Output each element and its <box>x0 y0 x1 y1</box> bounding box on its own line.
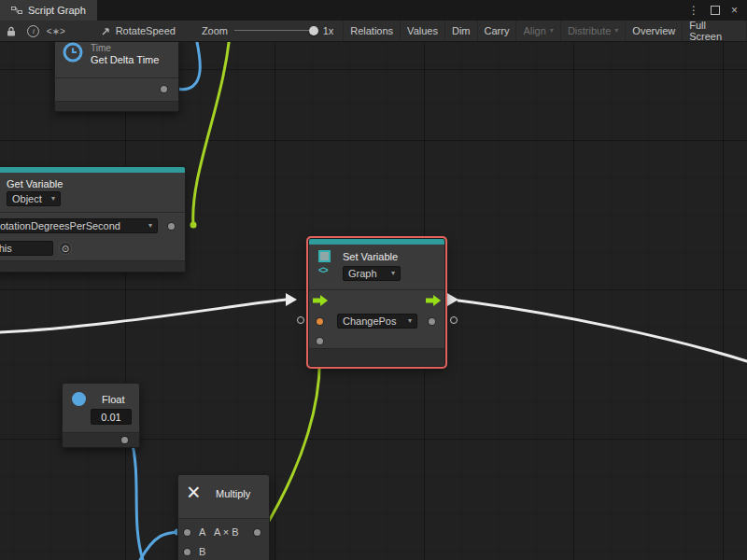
node-category: Time <box>91 43 111 53</box>
port-label-b: B <box>199 546 205 557</box>
zoom-slider-track <box>234 30 317 31</box>
variable-name-dropdown[interactable]: RotationDegreesPerSecond ▾ <box>0 218 158 233</box>
node-color-stripe <box>0 167 185 173</box>
relations-button[interactable]: Relations <box>343 21 400 41</box>
output-port[interactable] <box>168 223 175 230</box>
target-glyph: ⊙ <box>62 244 69 254</box>
graph-canvas[interactable]: Time Get Delta Time Get Variable Object … <box>0 41 747 560</box>
carry-button[interactable]: Carry <box>477 21 516 41</box>
output-port[interactable] <box>121 437 128 443</box>
input-port-a[interactable] <box>184 529 190 536</box>
button-label: Carry <box>485 25 510 36</box>
output-port[interactable] <box>161 86 167 92</box>
chevron-down-icon: ▾ <box>391 270 395 277</box>
variable-scope-dropdown[interactable]: Object ▾ <box>7 191 61 206</box>
script-graph-icon <box>11 5 22 16</box>
graph-pointer-icon <box>101 26 111 36</box>
target-object-field[interactable]: This <box>0 241 53 256</box>
lock-icon[interactable] <box>0 21 22 41</box>
node-title: Set Variable <box>343 251 398 262</box>
button-label: Relations <box>350 25 393 36</box>
node-title: Multiply <box>216 488 250 499</box>
unconnected-port-indicator-left[interactable] <box>297 316 304 324</box>
float-value-input[interactable]: 0.01 <box>91 409 132 425</box>
chevron-down-icon: ▾ <box>51 195 55 203</box>
node-title: Get Delta Time <box>91 54 159 65</box>
unconnected-port-indicator-right[interactable] <box>450 316 458 324</box>
full-screen-button[interactable]: Full Screen <box>682 21 747 41</box>
align-button[interactable]: Align ▾ <box>515 21 559 41</box>
node-get-variable[interactable]: Get Variable Object ▾ RotationDegreesPer… <box>0 166 186 273</box>
window-controls: ⋮ × <box>688 0 747 21</box>
info-glyph: i <box>27 25 39 37</box>
flow-wire-in <box>0 300 286 332</box>
value-wire-float <box>131 437 143 560</box>
fallback-input-port[interactable] <box>317 338 323 344</box>
overview-button[interactable]: Overview <box>625 21 682 41</box>
input-value: 0.01 <box>101 412 120 423</box>
flow-output-arrow[interactable] <box>426 295 441 306</box>
graph-breadcrumb[interactable]: RotateSpeed <box>95 21 181 41</box>
value-input-port[interactable] <box>317 318 323 325</box>
menu-icon[interactable]: ⋮ <box>688 4 699 17</box>
values-button[interactable]: Values <box>400 21 444 41</box>
chevron-down-icon: ▾ <box>148 222 152 230</box>
float-icon <box>72 392 86 406</box>
value-output-port[interactable] <box>429 318 435 325</box>
variable-icon <box>318 250 331 262</box>
node-set-variable[interactable]: <> Set Variable Graph ▾ ChangePos ▾ <box>308 238 445 367</box>
tab-script-graph[interactable]: Script Graph <box>0 0 97 21</box>
tab-title: Script Graph <box>28 5 86 16</box>
button-label: Align <box>523 25 545 36</box>
button-label: Overview <box>632 25 675 36</box>
node-multiply[interactable]: × Multiply A A × B B <box>177 474 270 560</box>
multiply-icon: × <box>187 481 201 504</box>
port-label-result: A × B <box>214 526 239 538</box>
toolbar-buttons: Relations Values Dim Carry Align ▾ Distr… <box>343 21 747 41</box>
variable-scope-dropdown[interactable]: Graph ▾ <box>343 266 401 281</box>
input-port-b[interactable] <box>184 549 190 555</box>
graph-type-icon: <> <box>318 265 328 275</box>
node-float[interactable]: Float 0.01 <box>62 383 140 448</box>
dropdown-value: RotationDegreesPerSecond <box>0 220 120 231</box>
node-footer <box>55 101 178 111</box>
node-footer <box>309 348 444 366</box>
maximize-icon[interactable] <box>711 6 720 15</box>
node-footer <box>0 260 185 272</box>
code-preview-icon[interactable]: <∗> <box>45 21 67 41</box>
close-icon[interactable]: × <box>731 4 738 17</box>
flow-input-arrow[interactable] <box>313 295 328 306</box>
info-icon[interactable]: i <box>22 21 45 41</box>
chevron-down-icon: ▾ <box>550 27 554 35</box>
dropdown-value: Object <box>12 193 42 204</box>
chevron-down-icon: ▾ <box>614 27 618 35</box>
field-value: This <box>0 243 12 254</box>
flow-wire-out <box>458 301 747 361</box>
flow-arrowhead-in <box>286 293 297 306</box>
flow-arrowhead-out <box>447 293 458 306</box>
zoom-slider[interactable] <box>233 21 318 41</box>
dropdown-value: ChangePos <box>343 315 397 327</box>
variable-name-dropdown[interactable]: ChangePos ▾ <box>337 314 417 329</box>
chevron-down-icon: ▾ <box>408 317 412 325</box>
node-get-delta-time[interactable]: Time Get Delta Time <box>54 41 179 112</box>
wire-endpoint <box>190 222 197 229</box>
node-body <box>178 519 269 560</box>
button-label: Values <box>407 25 438 36</box>
button-label: Distribute <box>568 25 611 36</box>
object-picker-icon[interactable]: ⊙ <box>59 242 72 255</box>
button-label: Dim <box>452 25 471 36</box>
graph-name: RotateSpeed <box>116 25 176 36</box>
node-divider <box>0 212 185 213</box>
distribute-button[interactable]: Distribute ▾ <box>560 21 625 41</box>
lock-glyph <box>7 26 16 36</box>
node-divider <box>55 77 178 78</box>
dim-button[interactable]: Dim <box>444 21 477 41</box>
output-port-result[interactable] <box>254 529 261 536</box>
value-wire-into-multiply-a <box>140 532 177 560</box>
zoom-slider-knob[interactable] <box>309 26 318 35</box>
node-divider <box>309 289 444 290</box>
zoom-label: Zoom <box>202 25 228 36</box>
port-label-a: A <box>199 526 205 538</box>
unity-visual-scripting-window: { "tab_bar": { "tab_title": "Script Grap… <box>0 0 747 560</box>
